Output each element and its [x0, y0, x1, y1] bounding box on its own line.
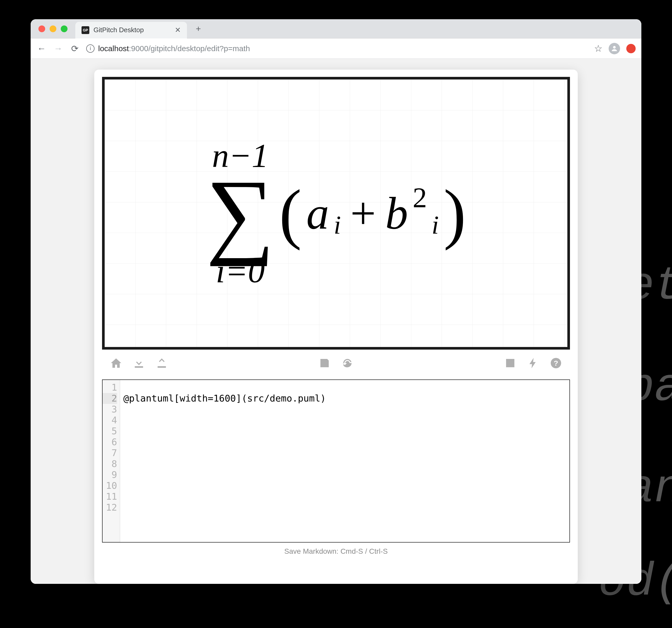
tab-title: GitPitch Desktop — [94, 26, 171, 34]
extension-icon[interactable] — [626, 44, 635, 53]
sigma-lower-limit: i=0 — [216, 254, 265, 288]
close-window-button[interactable] — [39, 25, 45, 32]
refresh-icon[interactable] — [341, 357, 354, 372]
browser-tab[interactable]: GP GitPitch Desktop ✕ — [75, 22, 187, 39]
b-variable: b — [385, 187, 408, 239]
favicon: GP — [81, 26, 89, 34]
home-icon[interactable] — [110, 357, 122, 372]
close-tab-button[interactable]: ✕ — [175, 26, 181, 34]
address-bar-row: ← → ⟳ i localhost:9000/gitpitch/desktop/… — [31, 39, 641, 59]
url-host: localhost — [98, 44, 129, 53]
titlebar: GP GitPitch Desktop ✕ + — [31, 19, 641, 39]
help-icon[interactable]: ? — [550, 357, 562, 372]
status-bar: Save Markdown: Cmd-S / Ctrl-S — [94, 542, 578, 556]
right-paren: ) — [443, 175, 466, 252]
b-superscript: 2 — [413, 181, 427, 214]
forward-button[interactable]: → — [53, 43, 63, 53]
url-path: :9000/gitpitch/desktop/edit?p=math — [129, 44, 250, 53]
maximize-window-button[interactable] — [61, 25, 68, 32]
line-gutter: 123456789101112 — [102, 380, 120, 542]
editor-toolbar: ? — [94, 350, 578, 379]
reload-button[interactable]: ⟳ — [70, 43, 80, 54]
back-button[interactable]: ← — [37, 43, 47, 53]
sigma-symbol: ∑ — [206, 172, 274, 254]
lightning-icon[interactable] — [527, 357, 539, 372]
upload-icon[interactable] — [155, 357, 168, 372]
a-subscript: i — [334, 210, 341, 240]
site-info-icon[interactable]: i — [86, 44, 95, 53]
a-variable: a — [306, 187, 329, 239]
slide-preview: n−1 ∑ i=0 ( ai + b2i ) — [102, 77, 570, 350]
save-icon[interactable] — [318, 357, 331, 372]
code-editor[interactable]: 123456789101112 @plantuml[width=1600](sr… — [102, 379, 570, 542]
minimize-window-button[interactable] — [50, 25, 56, 32]
download-icon[interactable] — [133, 357, 145, 372]
url-bar[interactable]: i localhost:9000/gitpitch/desktop/edit?p… — [86, 44, 588, 53]
code-content[interactable]: @plantuml[width=1600](src/demo.puml) — [120, 380, 570, 542]
new-tab-button[interactable]: + — [193, 24, 203, 34]
bookmark-button[interactable]: ☆ — [594, 43, 602, 54]
svg-text:?: ? — [554, 359, 558, 367]
browser-window: GP GitPitch Desktop ✕ + ← → ⟳ i localhos… — [31, 19, 641, 584]
svg-point-0 — [613, 46, 616, 49]
app-panel: n−1 ∑ i=0 ( ai + b2i ) — [94, 70, 578, 584]
math-formula: n−1 ∑ i=0 ( ai + b2i ) — [206, 139, 466, 288]
content-area: n−1 ∑ i=0 ( ai + b2i ) — [31, 59, 641, 584]
left-paren: ( — [279, 175, 302, 252]
profile-button[interactable] — [609, 43, 620, 54]
traffic-lights — [39, 25, 68, 32]
image-icon[interactable] — [504, 357, 517, 372]
b-subscript: i — [432, 210, 439, 240]
plus-operator: + — [350, 187, 376, 239]
